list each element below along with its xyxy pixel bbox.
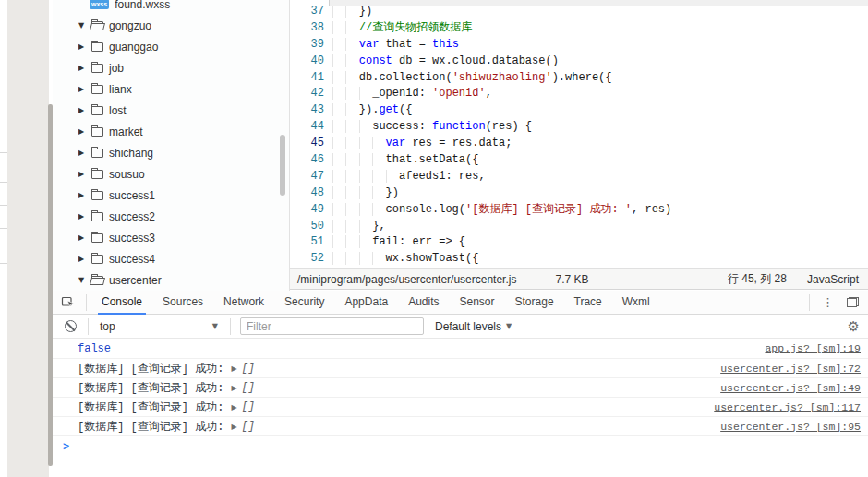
code-line[interactable]: 40 const db = wx.cloud.database() <box>290 54 868 70</box>
tab-console[interactable]: Console <box>94 291 150 315</box>
code-line[interactable]: 38 //查询失物招领数据库 <box>290 20 868 37</box>
active-tab-sliver <box>290 0 329 6</box>
line-number: 44 <box>290 119 332 136</box>
tab-appdata[interactable]: AppData <box>337 291 395 315</box>
tree-item-job[interactable]: ▶job <box>53 57 289 78</box>
more-menu-icon[interactable]: ⋮ <box>814 295 841 309</box>
code-line[interactable]: 43 }).get({ <box>290 102 868 119</box>
chevron-down-icon: ▼ <box>506 322 512 330</box>
console-toolbar: top ▼ Default levels ▼ ⚙ <box>53 315 868 339</box>
expand-triangle-icon[interactable]: ▶ <box>231 403 236 411</box>
folder-icon <box>91 170 103 179</box>
code-line[interactable]: 47 afeeds1: res, <box>290 169 868 185</box>
tree-item-success3[interactable]: ▶success3 <box>53 227 289 248</box>
editor-tabstrip-remnant <box>290 0 868 6</box>
code-line-text: that.setData({ <box>332 152 478 169</box>
tab-audits[interactable]: Audits <box>401 291 446 315</box>
log-levels-select[interactable]: Default levels ▼ <box>435 320 512 333</box>
chevron-right-icon[interactable]: ▶ <box>78 212 91 221</box>
tree-item-found-wxss[interactable]: wxss found.wxss <box>53 0 289 15</box>
tab-storage[interactable]: Storage <box>508 291 561 315</box>
expand-triangle-icon[interactable]: ▶ <box>231 364 236 373</box>
source-link[interactable]: usercenter.js? [sm]:95 <box>720 421 868 433</box>
code-line[interactable]: 42 _openid: 'openid', <box>290 86 868 102</box>
expand-triangle-icon[interactable]: ▶ <box>231 423 236 431</box>
console-log-text: [数据库] [查询记录] 成功: <box>78 380 223 396</box>
tab-sensor[interactable]: Sensor <box>452 291 502 315</box>
code-line[interactable]: 51 fail: err => { <box>290 234 868 251</box>
tree-item-success2[interactable]: ▶success2 <box>53 206 289 227</box>
code-line[interactable]: 46 that.setData({ <box>290 152 868 169</box>
chevron-right-icon[interactable]: ▶ <box>78 64 91 72</box>
execution-context-select[interactable]: top ▼ <box>93 320 225 333</box>
tree-item-usercenter[interactable]: ▼usercenter <box>53 269 289 291</box>
expand-triangle-icon[interactable]: ▶ <box>231 384 236 392</box>
tab-trace[interactable]: Trace <box>567 291 609 315</box>
console-filter-input[interactable] <box>240 317 424 335</box>
tree-item-market[interactable]: ▶market <box>53 121 289 142</box>
tab-network[interactable]: Network <box>216 291 271 315</box>
console-value-boolean: false <box>78 342 111 355</box>
chevron-right-icon[interactable]: ▶ <box>78 255 91 263</box>
tree-item-lianx[interactable]: ▶lianx <box>53 78 289 100</box>
code-line[interactable]: 45 var res = res.data; <box>290 136 868 152</box>
tree-item-guanggao[interactable]: ▶guanggao <box>53 36 289 57</box>
code-line-text: var that = this <box>332 37 459 54</box>
chevron-right-icon[interactable]: ▶ <box>78 170 91 178</box>
tab-security[interactable]: Security <box>277 291 332 315</box>
tree-item-success4[interactable]: ▶success4 <box>53 248 289 269</box>
tabstrip-background <box>329 0 868 6</box>
inspect-element-icon[interactable] <box>61 295 75 309</box>
file-size: 7.7 KB <box>555 273 588 286</box>
code-line[interactable]: 39 var that = this <box>290 37 868 54</box>
clear-console-icon[interactable] <box>65 320 77 332</box>
code-line[interactable]: 49 console.log('[数据库] [查询记录] 成功: ', res) <box>290 202 868 219</box>
tree-item-success1[interactable]: ▶success1 <box>53 185 289 206</box>
folder-icon <box>91 276 103 285</box>
console-message: [数据库] [查询记录] 成功: ▶[]usercenter.js? [sm]:… <box>53 378 868 398</box>
settings-gear-icon[interactable]: ⚙ <box>848 318 868 335</box>
tree-item-gongzuo[interactable]: ▼gongzuo <box>53 15 289 36</box>
tree-item-shichang[interactable]: ▶shichang <box>53 142 289 163</box>
console-message: falseapp.js? [sm]:19 <box>53 339 868 359</box>
dock-side-icon[interactable] <box>847 297 859 307</box>
tree-item-sousuo[interactable]: ▶sousuo <box>53 163 289 185</box>
code-editor[interactable]: 37 })38 //查询失物招领数据库39 var that = this40 … <box>290 0 868 268</box>
tree-item-label: usercenter <box>109 274 162 287</box>
tree-item-label: job <box>109 62 124 75</box>
code-line[interactable]: 50 }, <box>290 219 868 235</box>
tree-item-label: market <box>109 125 143 138</box>
code-line-text: afeeds1: res, <box>332 169 486 185</box>
tree-item-label: success1 <box>109 189 155 202</box>
editor-status-bar: /miniprogram/pages/usercenter/usercenter… <box>290 268 868 290</box>
chevron-right-icon[interactable]: ▶ <box>78 106 91 114</box>
devtools-tabs: ConsoleSourcesNetworkSecurityAppDataAudi… <box>91 291 660 315</box>
chevron-right-icon[interactable]: ▶ <box>78 149 91 157</box>
chevron-right-icon[interactable]: ▶ <box>78 233 91 242</box>
folder-icon <box>91 212 103 221</box>
chevron-right-icon[interactable]: ▶ <box>78 42 91 51</box>
code-line-text: wx.showToast({ <box>332 251 478 268</box>
source-link[interactable]: usercenter.js? [sm]:72 <box>720 363 868 375</box>
source-link[interactable]: app.js? [sm]:19 <box>765 342 868 354</box>
tab-wxml[interactable]: Wxml <box>615 291 657 315</box>
chevron-right-icon[interactable]: ▶ <box>78 191 91 199</box>
chevron-right-icon[interactable]: ▶ <box>78 85 91 93</box>
tab-sources[interactable]: Sources <box>155 291 211 315</box>
line-number: 52 <box>290 251 332 268</box>
tree-scrollbar[interactable] <box>280 135 285 196</box>
language-mode[interactable]: JavaScript <box>807 273 859 286</box>
source-link[interactable]: usercenter.js? [sm]:49 <box>720 382 868 394</box>
chevron-right-icon[interactable]: ▶ <box>78 127 91 136</box>
code-line[interactable]: 41 db.collection('shiwuzhaoling').where(… <box>290 70 868 87</box>
console-command-input[interactable] <box>77 436 868 459</box>
tree-item-lost[interactable]: ▶lost <box>53 100 289 121</box>
source-link[interactable]: usercenter.js? [sm]:117 <box>714 401 868 413</box>
code-line[interactable]: 48 }) <box>290 185 868 202</box>
file-path: /miniprogram/pages/usercenter/usercenter… <box>297 273 516 286</box>
code-line[interactable]: 52 wx.showToast({ <box>290 251 868 268</box>
panel-divider <box>0 205 7 206</box>
tree-item-label: found.wxss <box>115 0 170 11</box>
code-line[interactable]: 44 success: function(res) { <box>290 119 868 136</box>
line-number: 39 <box>290 37 332 54</box>
